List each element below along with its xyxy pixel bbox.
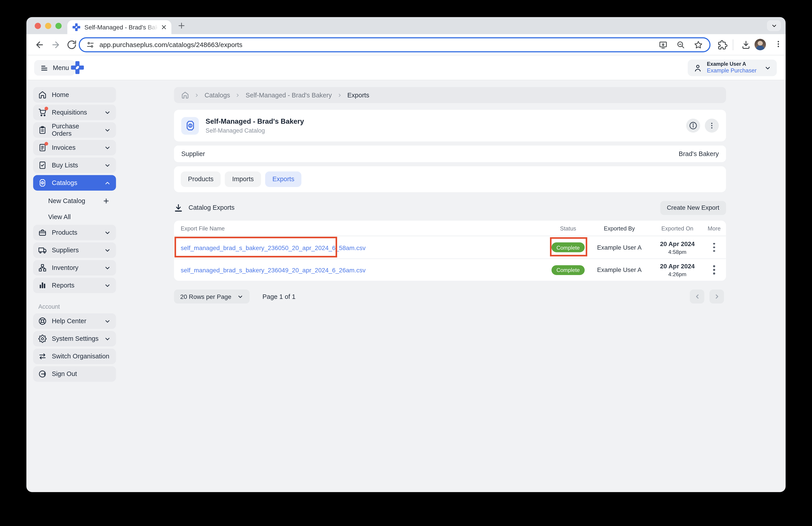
exported-on-cell: 20 Apr 2024 4:58pm [652,240,702,255]
rows-per-page-label: 20 Rows per Page [180,293,231,300]
page-title: Self-Managed - Brad's Bakery [206,118,304,126]
notification-badge [45,142,48,145]
sidebar-item-view-all[interactable]: View All [33,209,116,225]
chevron-right-icon [194,93,199,98]
sidebar-item-label: Inventory [52,264,78,271]
sidebar-item-invoices[interactable]: Invoices [33,140,116,155]
sidebar-item-buy-lists[interactable]: Buy Lists [33,157,116,173]
sidebar-item-catalogs[interactable]: Catalogs [33,175,116,191]
info-button[interactable] [686,118,700,133]
minimize-window-button[interactable] [45,23,51,29]
url-text[interactable]: app.purchaseplus.com/catalogs/248663/exp… [99,41,243,49]
chevron-up-icon [104,180,111,186]
next-page-button[interactable] [710,289,724,303]
chevron-down-icon [104,127,111,133]
bookmark-star-icon[interactable] [694,40,703,49]
tab-exports[interactable]: Exports [265,171,302,187]
sidebar-item-purchase-orders[interactable]: Purchase Orders [33,122,116,138]
column-exported-on: Exported On [652,225,702,231]
toolbar-divider [733,40,733,51]
chevron-right-icon [235,93,241,98]
chevron-down-icon [104,162,111,169]
tab-search-chevron-button[interactable] [767,20,781,31]
browser-menu-kebab-icon[interactable] [774,40,782,50]
column-export-file-name: Export File Name [174,225,550,231]
status-badge: Complete [551,242,585,252]
tab-imports[interactable]: Imports [225,171,261,187]
reload-icon[interactable] [67,40,77,50]
screenshot-canvas: Self-Managed - Brad's Bakery [0,0,812,526]
chevron-down-icon [764,65,771,71]
export-file-link[interactable]: self_managed_brad_s_bakery_236050_20_apr… [181,244,366,252]
browser-profile-avatar[interactable] [754,39,766,50]
maximize-window-button[interactable] [56,23,62,29]
breadcrumb-home-icon[interactable] [181,91,189,99]
tab-title: Self-Managed - Brad's Bakery [85,24,160,31]
cart-icon [38,108,47,117]
user-name: Example User A [707,61,756,68]
clipboard-icon [38,126,47,134]
tab-close-icon[interactable] [160,23,168,31]
app-header: Menu Example User A Example Purchaser [27,56,786,81]
previous-page-button[interactable] [690,289,705,303]
sidebar-item-products[interactable]: Products [33,225,116,241]
row-more-kebab-icon[interactable] [713,265,715,274]
sidebar-item-label: Sign Out [52,370,77,378]
sidebar-item-label: System Settings [52,335,99,343]
bar-chart-icon [38,281,47,289]
sidebar-item-suppliers[interactable]: Suppliers [33,242,116,258]
supplier-value: Brad's Bakery [679,150,719,158]
tab-products[interactable]: Products [181,171,221,187]
browser-tab[interactable]: Self-Managed - Brad's Bakery [67,20,171,34]
zoom-out-icon[interactable] [676,40,685,49]
breadcrumb-link-catalogs[interactable]: Catalogs [205,91,230,99]
main-panel: Catalogs Self-Managed - Brad's Bakery Ex… [174,80,726,303]
site-settings-icon[interactable] [86,41,94,49]
window-controls [35,23,62,29]
plus-icon [102,197,110,204]
sidebar-item-reports[interactable]: Reports [33,278,116,293]
sign-out-icon [38,370,47,378]
chevron-down-icon [104,282,111,289]
close-window-button[interactable] [35,23,41,29]
sidebar-item-help-center[interactable]: Help Center [33,313,116,329]
sidebar-item-sign-out[interactable]: Sign Out [33,366,116,382]
sidebar-item-new-catalog[interactable]: New Catalog [33,193,116,209]
forward-icon[interactable] [51,40,61,50]
sidebar-item-system-settings[interactable]: System Settings [33,331,116,346]
sidebar-item-label: Buy Lists [52,161,78,169]
user-icon [694,63,702,72]
breadcrumb-link-catalog-name[interactable]: Self-Managed - Brad's Bakery [246,91,332,99]
chevron-down-icon [104,109,111,116]
sidebar-item-home[interactable]: Home [33,87,116,102]
table-row: self_managed_brad_s_bakery_236050_20_apr… [174,236,726,259]
sidebar-item-inventory[interactable]: Inventory [33,260,116,276]
site-favicon [72,24,80,31]
browser-tab-strip: Self-Managed - Brad's Bakery [27,17,786,34]
sidebar-item-switch-organisation[interactable]: Switch Organisation [33,349,116,364]
chevron-down-icon [237,294,243,300]
url-bar[interactable]: app.purchaseplus.com/catalogs/248663/exp… [79,37,710,52]
catalog-icon-tile [181,117,199,134]
downloads-icon[interactable] [741,40,751,50]
new-tab-button[interactable] [178,22,186,30]
status-badge: Complete [551,265,585,275]
row-more-kebab-icon[interactable] [713,243,715,252]
rows-per-page-select[interactable]: 20 Rows per Page [174,289,250,303]
sidebar-item-requisitions[interactable]: Requisitions [33,104,116,120]
create-new-export-button[interactable]: Create New Export [660,201,726,215]
catalog-tabs: Products Imports Exports [174,166,726,192]
user-menu[interactable]: Example User A Example Purchaser [688,59,777,76]
menu-button[interactable]: Menu [34,60,75,76]
sidebar: Home Requisitions Purchase Orders Invoic… [33,87,116,384]
sidebar-item-label: Requisitions [52,109,87,116]
user-organisation-link[interactable]: Example Purchaser [707,68,756,75]
section-title: Catalog Exports [189,204,235,212]
export-file-link[interactable]: self_managed_brad_s_bakery_236049_20_apr… [181,267,366,274]
sidebar-item-label: View All [48,213,71,221]
extensions-puzzle-icon[interactable] [718,40,727,50]
back-icon[interactable] [35,40,45,50]
more-options-button[interactable] [705,118,719,133]
install-app-icon[interactable] [659,40,668,49]
breadcrumb-current: Exports [347,91,369,99]
